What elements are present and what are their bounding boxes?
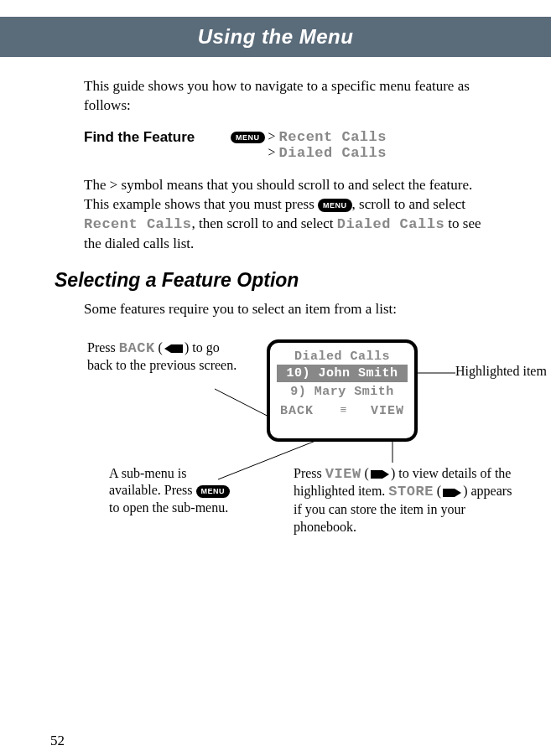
gt-symbol: > — [268, 145, 276, 159]
left-softkey-icon — [163, 344, 185, 354]
callout-back: Press BACK () to go back to the previous… — [87, 339, 238, 375]
diagram-area: Dialed Calls 10) John Smith 9) Mary Smit… — [84, 333, 492, 567]
find-feature-path: MENU > Recent Calls MENU > Dialed Calls — [231, 129, 387, 161]
softkey-view: VIEW — [371, 404, 404, 418]
body-content: This guide shows you how to navigate to … — [0, 57, 551, 567]
menu-key-icon: MENU — [196, 485, 231, 499]
menu-key-icon: MENU — [231, 132, 265, 143]
page-title: Using the Menu — [198, 25, 354, 49]
menu-key-icon: MENU — [318, 199, 352, 212]
right-softkey-icon — [441, 488, 463, 498]
gt-symbol: > — [268, 129, 276, 143]
explain-text: , then scroll to and select — [191, 215, 336, 231]
paren: ( — [434, 484, 441, 498]
callout-text: Press — [87, 340, 119, 355]
screen-highlighted-item: 10) John Smith — [277, 365, 408, 382]
phone-inner: Dialed Calls 10) John Smith 9) Mary Smit… — [270, 343, 414, 418]
page-number: 52 — [50, 733, 65, 749]
softkey-back: BACK — [280, 404, 314, 418]
callout-submenu: A sub-menu is available. Press MENU to o… — [109, 465, 235, 516]
path-dialed-calls: Dialed Calls — [279, 145, 387, 161]
lcd-dialed-calls: Dialed Calls — [337, 216, 444, 232]
page: Using the Menu This guide shows you how … — [0, 17, 551, 756]
explain-text: , scroll to and select — [352, 196, 466, 212]
paren: ( — [361, 466, 369, 480]
explain-paragraph: The > symbol means that you should scrol… — [84, 176, 492, 254]
path-recent-calls: Recent Calls — [279, 129, 387, 145]
right-softkey-icon — [369, 469, 391, 479]
intro-paragraph: This guide shows you how to navigate to … — [84, 77, 492, 116]
callout-text: to open the sub-menu. — [109, 500, 228, 515]
lcd-back: BACK — [119, 340, 155, 356]
screen-title: Dialed Calls — [275, 348, 409, 364]
callout-text: Press — [294, 466, 325, 480]
menu-indicator-icon: ≡ — [340, 404, 345, 418]
screen-item: 9) Mary Smith — [275, 383, 409, 401]
header-band: Using the Menu — [0, 17, 551, 57]
phone-screen: Dialed Calls 10) John Smith 9) Mary Smit… — [267, 339, 418, 442]
find-feature-label: Find the Feature — [84, 129, 231, 146]
lcd-recent-calls: Recent Calls — [84, 216, 191, 232]
section-heading: Selecting a Feature Option — [55, 269, 492, 292]
lcd-store: STORE — [388, 484, 434, 500]
section-intro: Some features require you to select an i… — [84, 300, 492, 319]
softkey-row: BACK ≡ VIEW — [275, 401, 409, 418]
callout-highlighted: Highlighted item — [455, 363, 548, 380]
lcd-view: VIEW — [325, 466, 361, 482]
callout-view: Press VIEW () to view details of the hig… — [294, 465, 520, 536]
paren: ( — [155, 340, 163, 355]
callout-text: A sub-menu is available. Press — [109, 466, 196, 497]
find-feature-block: Find the Feature MENU > Recent Calls MEN… — [84, 129, 492, 161]
